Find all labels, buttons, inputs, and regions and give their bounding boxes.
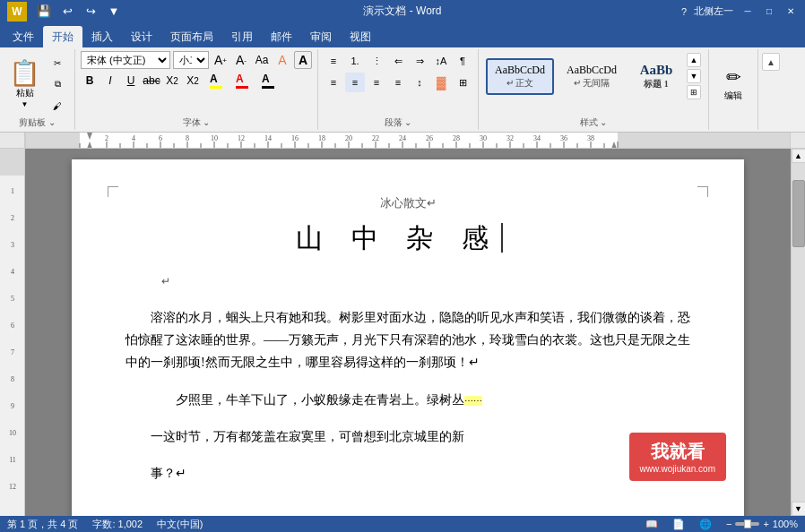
scroll-track[interactable] xyxy=(792,163,805,502)
font-color-button[interactable]: A xyxy=(230,72,254,90)
paste-button[interactable]: 📋 粘贴 ▼ xyxy=(5,51,44,117)
window-title: 演示文档 - Word xyxy=(124,4,681,19)
numbering-button[interactable]: 1. xyxy=(345,51,365,71)
collapse-ribbon-button[interactable]: ▲ xyxy=(762,53,780,71)
editing-button[interactable]: ✏ 编辑 xyxy=(719,63,748,106)
qat-more-button[interactable]: ▼ xyxy=(104,2,124,21)
format-painter-button[interactable]: 🖌 xyxy=(46,96,69,116)
view-page-button[interactable]: 📄 xyxy=(672,519,685,530)
save-qat-button[interactable]: 💾 xyxy=(34,2,54,21)
doc-paragraph-2[interactable]: 夕照里，牛羊下山了，小蚁般缘走在青岩上。绿树丛⋯⋯ xyxy=(126,389,690,411)
zoom-in-button[interactable]: + xyxy=(763,519,768,529)
v-ruler-svg: 1 2 3 4 5 6 7 8 9 10 11 12 xyxy=(0,149,25,516)
clipboard-group-label: 剪贴板 ⌄ xyxy=(0,116,74,129)
scroll-up-button[interactable]: ▲ xyxy=(792,149,806,163)
decrease-font-button[interactable]: A- xyxy=(232,51,250,69)
ruler-main: 2 4 6 8 10 12 14 1 xyxy=(25,133,791,148)
watermark: 我就看 www.wojiukan.com xyxy=(629,433,726,481)
editing-group: ✏ 编辑 xyxy=(709,49,758,130)
multilevel-list-button[interactable]: ⋮ xyxy=(367,51,386,71)
strikethrough-button[interactable]: abc xyxy=(143,72,160,90)
paragraph-group-label: 段落 ⌄ xyxy=(318,116,478,129)
tab-page-layout[interactable]: 页面布局 xyxy=(161,26,222,47)
styles-scroll-down[interactable]: ▼ xyxy=(687,69,701,83)
tab-home[interactable]: 开始 xyxy=(43,26,82,47)
scroll-down-button[interactable]: ▼ xyxy=(792,502,806,516)
svg-text:9: 9 xyxy=(11,402,14,410)
svg-text:10: 10 xyxy=(211,134,218,142)
styles-scroll-up[interactable]: ▲ xyxy=(687,53,701,67)
font-group-label: 字体 ⌄ xyxy=(75,116,317,129)
editing-label: 编辑 xyxy=(724,90,742,102)
shading-button[interactable]: ▓ xyxy=(431,73,451,92)
highlight-button[interactable]: A xyxy=(204,72,228,90)
undo-qat-button[interactable]: ↩ xyxy=(57,2,77,21)
cut-button[interactable]: ✂ xyxy=(46,53,69,73)
line-spacing-button[interactable]: ↕ xyxy=(410,73,429,92)
bullets-button[interactable]: ≡ xyxy=(324,51,343,71)
clear-format-button[interactable]: A xyxy=(273,51,291,69)
sort-button[interactable]: ↕A xyxy=(431,51,451,71)
para-row-2: ≡ ≡ ≡ ≡ ↕ ▓ ⊞ xyxy=(324,73,472,92)
doc-paragraph-3[interactable]: 一这时节，万有都笼盖在寂寞里，可曾想到北京城里的新 xyxy=(126,425,690,448)
tab-review[interactable]: 审阅 xyxy=(301,26,341,47)
scroll-thumb[interactable] xyxy=(792,180,805,248)
superscript-button[interactable]: X2 xyxy=(184,72,202,90)
subscript-button[interactable]: X2 xyxy=(163,72,181,90)
decrease-indent-button[interactable]: ⇐ xyxy=(388,51,408,71)
text-shading-button[interactable]: A xyxy=(256,72,280,90)
doc-paragraph-1[interactable]: 溶溶的水月，蝈头上只有她和我。树影里对面水边，隐隐的听见水声和笑语，我们微微的谈… xyxy=(126,306,690,374)
tab-view[interactable]: 视图 xyxy=(341,26,380,47)
paste-arrow[interactable]: ▼ xyxy=(22,100,29,108)
watermark-text: 我就看 xyxy=(640,440,715,464)
document-canvas[interactable]: 冰心散文↵ 山 中 杂 感 ↵ 溶溶的水月，蝈头上只有她和我。树影里对面水边，隐… xyxy=(25,149,791,516)
align-right-button[interactable]: ≡ xyxy=(367,73,386,92)
copy-button[interactable]: ⧉ xyxy=(46,74,69,94)
increase-font-button[interactable]: A+ xyxy=(212,51,229,69)
style-normal[interactable]: AaBbCcDd ↵ 正文 xyxy=(486,58,554,95)
view-read-button[interactable]: 📖 xyxy=(645,519,658,530)
tab-references[interactable]: 引用 xyxy=(222,26,262,47)
clipboard-sub-buttons: ✂ ⧉ 🖌 xyxy=(46,51,69,117)
zoom-out-button[interactable]: − xyxy=(726,519,731,529)
tab-file[interactable]: 文件 xyxy=(4,26,43,47)
style-heading1[interactable]: AaBb 标题 1 xyxy=(629,57,683,96)
right-scrollbar: ▲ ▼ xyxy=(791,149,805,516)
font-name-select[interactable]: 宋体 (中文正) xyxy=(81,51,170,69)
align-center-button[interactable]: ≡ xyxy=(345,73,365,92)
bold-button[interactable]: B xyxy=(81,72,99,90)
paste-icon: 📋 xyxy=(9,61,40,86)
view-web-button[interactable]: 🌐 xyxy=(699,519,712,530)
style-no-spacing[interactable]: AaBbCcDd ↵ 无间隔 xyxy=(558,58,626,95)
styles-expand[interactable]: ⊞ xyxy=(687,85,701,99)
text-effects-button[interactable]: A xyxy=(294,51,312,69)
tab-mail[interactable]: 邮件 xyxy=(262,26,301,47)
svg-text:5: 5 xyxy=(11,295,14,303)
increase-indent-button[interactable]: ⇒ xyxy=(410,51,429,71)
tab-design[interactable]: 设计 xyxy=(122,26,161,47)
italic-button[interactable]: I xyxy=(101,72,119,90)
doc-paragraph-4[interactable]: 事？↵ xyxy=(126,462,690,485)
change-case-button[interactable]: Aa xyxy=(253,51,271,69)
maximize-button[interactable]: □ xyxy=(762,4,776,19)
doc-subtitle: 冰心散文↵ xyxy=(126,195,690,211)
title-right: ? 北侧左一 ─ □ ✕ xyxy=(681,4,798,19)
help-button[interactable]: ? xyxy=(681,6,687,17)
justify-button[interactable]: ≡ xyxy=(388,73,408,92)
tab-insert[interactable]: 插入 xyxy=(82,26,122,47)
underline-button[interactable]: U xyxy=(122,72,140,90)
minimize-button[interactable]: ─ xyxy=(740,4,755,19)
svg-text:12: 12 xyxy=(238,134,245,142)
paste-label: 粘贴 xyxy=(16,87,34,99)
show-marks-button[interactable]: ¶ xyxy=(453,51,472,71)
svg-text:38: 38 xyxy=(587,134,594,142)
corner-mark-tr xyxy=(697,186,708,197)
close-button[interactable]: ✕ xyxy=(783,4,798,19)
redo-qat-button[interactable]: ↪ xyxy=(81,2,100,21)
svg-text:26: 26 xyxy=(426,134,433,142)
font-size-select[interactable]: 小二 xyxy=(173,51,209,69)
svg-rect-0 xyxy=(26,133,80,148)
borders-button[interactable]: ⊞ xyxy=(453,73,472,92)
align-left-button[interactable]: ≡ xyxy=(324,73,343,92)
doc-title: 山 中 杂 感 xyxy=(126,220,690,257)
